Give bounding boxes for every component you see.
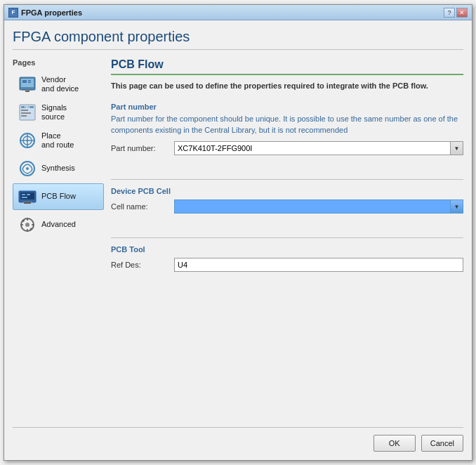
page-title: FPGA component properties xyxy=(13,29,463,50)
part-number-label: Part number: xyxy=(111,144,174,152)
advanced-icon xyxy=(18,215,37,235)
svg-rect-24 xyxy=(22,197,27,198)
svg-rect-30 xyxy=(27,229,28,232)
pcb-tool-section: PCB Tool Ref Des: xyxy=(111,245,463,277)
signals-icon: HDL xyxy=(18,103,37,122)
part-number-section-label: Part number xyxy=(111,103,463,111)
sidebar-item-pcb-flow[interactable]: PCB Flow xyxy=(13,183,104,210)
cell-name-dropdown-btn[interactable]: ▼ xyxy=(450,200,463,213)
bottom-bar: OK Cancel xyxy=(13,427,463,452)
synthesis-icon xyxy=(18,159,37,178)
svg-rect-4 xyxy=(28,82,31,84)
svg-point-17 xyxy=(27,140,29,142)
svg-rect-29 xyxy=(27,218,28,221)
right-panel: PCB Flow This page can be used to define… xyxy=(111,58,463,427)
cell-name-dropdown[interactable]: ▼ xyxy=(174,199,463,214)
part-number-description: Part number for the component should be … xyxy=(111,114,463,136)
window-title: FPGA properties xyxy=(21,8,444,17)
divider-2 xyxy=(111,237,463,238)
part-number-row: Part number: ▼ xyxy=(111,141,463,155)
part-number-input-wrap: ▼ xyxy=(174,141,463,155)
svg-point-19 xyxy=(26,167,29,170)
vendor-icon xyxy=(18,74,37,94)
cell-name-row: Cell name: ▼ xyxy=(111,199,463,214)
svg-point-28 xyxy=(25,223,29,227)
ref-des-input-wrap xyxy=(174,258,463,272)
svg-text:HDL: HDL xyxy=(25,105,31,109)
place-route-icon xyxy=(18,131,37,150)
svg-rect-32 xyxy=(32,224,34,225)
pages-label: Pages xyxy=(13,58,104,67)
divider-1 xyxy=(111,179,463,180)
title-bar-buttons: ? ✕ xyxy=(444,8,468,18)
sidebar-item-synthesis[interactable]: Synthesis xyxy=(13,155,104,182)
ok-button[interactable]: OK xyxy=(373,435,416,452)
part-number-section: Part number Part number for the componen… xyxy=(111,103,463,161)
main-content: Pages Vendorand de xyxy=(13,58,463,427)
sidebar-item-vendor-device[interactable]: Vendorand device xyxy=(13,71,104,98)
svg-rect-3 xyxy=(28,80,31,81)
panel-title: PCB Flow xyxy=(111,58,463,75)
svg-rect-21 xyxy=(20,192,34,199)
part-number-dropdown-btn[interactable]: ▼ xyxy=(450,142,463,155)
pcbflow-label: PCB Flow xyxy=(41,192,76,201)
cancel-button[interactable]: Cancel xyxy=(421,435,463,452)
vendor-device-label: Vendorand device xyxy=(41,75,79,93)
ref-des-label: Ref Des: xyxy=(111,261,174,269)
device-pcb-cell-section: Device PCB Cell Cell name: ▼ xyxy=(111,187,463,219)
fpga-properties-window: F FPGA properties ? ✕ FPGA component pro… xyxy=(4,4,472,461)
sidebar-item-signals-source[interactable]: HDL Signalssource xyxy=(13,99,104,126)
sidebar-item-place-route[interactable]: Placeand route xyxy=(13,127,104,154)
pcbflow-icon xyxy=(18,187,37,207)
svg-rect-5 xyxy=(25,91,29,92)
svg-rect-26 xyxy=(22,202,32,202)
svg-rect-11 xyxy=(21,115,27,117)
part-number-dropdown[interactable]: ▼ xyxy=(174,141,463,155)
cell-name-input[interactable] xyxy=(175,200,450,213)
svg-rect-6 xyxy=(22,90,32,91)
synthesis-label: Synthesis xyxy=(41,164,75,173)
svg-rect-22 xyxy=(22,194,25,195)
svg-rect-2 xyxy=(22,80,27,83)
svg-rect-10 xyxy=(21,112,31,114)
place-route-label: Placeand route xyxy=(41,131,74,150)
ref-des-input[interactable] xyxy=(174,258,463,272)
cell-name-label: Cell name: xyxy=(111,202,174,211)
svg-rect-9 xyxy=(21,110,28,111)
part-number-input[interactable] xyxy=(175,142,450,155)
ref-des-row: Ref Des: xyxy=(111,258,463,272)
window-icon: F xyxy=(8,8,18,18)
cell-name-input-wrap: ▼ xyxy=(174,199,463,214)
title-bar: F FPGA properties ? ✕ xyxy=(4,5,472,20)
pcb-tool-label: PCB Tool xyxy=(111,245,463,254)
svg-rect-25 xyxy=(24,202,31,204)
device-pcb-cell-label: Device PCB Cell xyxy=(111,187,463,195)
close-button[interactable]: ✕ xyxy=(456,8,468,18)
svg-rect-23 xyxy=(27,194,30,195)
window-body: FPGA component properties Pages xyxy=(4,20,472,460)
help-button[interactable]: ? xyxy=(444,8,455,18)
signals-source-label: Signalssource xyxy=(41,103,67,122)
sidebar-item-advanced[interactable]: Advanced xyxy=(13,211,104,238)
sidebar: Pages Vendorand de xyxy=(13,58,104,427)
panel-description: This page can be used to define the prop… xyxy=(111,81,463,91)
advanced-label: Advanced xyxy=(41,220,76,229)
svg-rect-31 xyxy=(20,224,23,225)
